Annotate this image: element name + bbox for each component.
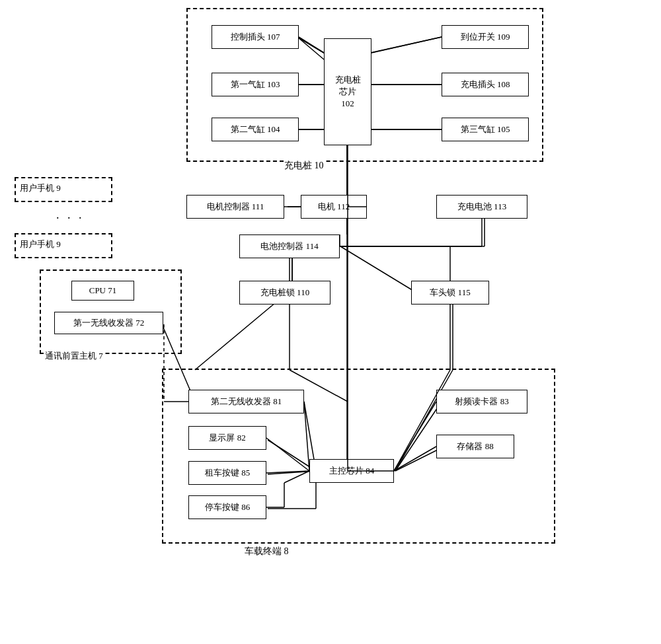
control-plug-box: 控制插头 107 bbox=[212, 25, 299, 49]
wireless1-label: 第一无线收发器 72 bbox=[73, 317, 144, 329]
cylinder2-box: 第二气缸 104 bbox=[212, 118, 299, 141]
battery-ctrl-label: 电池控制器 114 bbox=[260, 240, 318, 252]
rent-btn-label: 租车按键 85 bbox=[205, 467, 250, 479]
rent-btn-box: 租车按键 85 bbox=[188, 461, 266, 485]
vehicle-terminal-label: 车载终端 8 bbox=[245, 546, 289, 557]
comm-host-label: 通讯前置主机 7 bbox=[45, 350, 103, 362]
rf-reader-label: 射频读卡器 83 bbox=[455, 396, 508, 408]
dots: . . . bbox=[56, 208, 85, 222]
wireless1-box: 第一无线收发器 72 bbox=[54, 312, 163, 334]
wireless2-label: 第二无线收发器 81 bbox=[211, 396, 282, 408]
charge-battery-label: 充电电池 113 bbox=[457, 201, 506, 213]
cylinder1-label: 第一气缸 103 bbox=[231, 79, 280, 90]
head-lock-label: 车头锁 115 bbox=[430, 287, 470, 299]
cylinder1-box: 第一气缸 103 bbox=[212, 73, 299, 96]
arrival-switch-label: 到位开关 109 bbox=[461, 31, 510, 43]
charge-lock-box: 充电桩锁 110 bbox=[239, 281, 330, 304]
charging-pile-label: 充电桩 10 bbox=[284, 160, 324, 172]
motor-ctrl-label: 电机控制器 111 bbox=[207, 201, 264, 213]
battery-ctrl-box: 电池控制器 114 bbox=[239, 234, 340, 258]
cpu-label: CPU 71 bbox=[89, 285, 117, 296]
wireless2-box: 第二无线收发器 81 bbox=[188, 390, 304, 413]
arrival-switch-box: 到位开关 109 bbox=[442, 25, 529, 49]
cylinder2-label: 第二气缸 104 bbox=[231, 124, 280, 135]
svg-line-15 bbox=[340, 246, 416, 293]
display-box: 显示屏 82 bbox=[188, 426, 266, 450]
diagram: 充电桩 10 . . . 通讯前置主机 7 车载终端 8 充电桩芯片102 控制… bbox=[0, 0, 661, 644]
main-chip-label: 主控芯片 84 bbox=[329, 465, 374, 477]
charge-plug-label: 充电插头 108 bbox=[461, 79, 510, 90]
storage-label: 存储器 88 bbox=[457, 441, 493, 452]
head-lock-box: 车头锁 115 bbox=[411, 281, 489, 304]
stop-btn-box: 停车按键 86 bbox=[188, 495, 266, 519]
cylinder3-box: 第三气缸 105 bbox=[442, 118, 529, 141]
control-plug-label: 控制插头 107 bbox=[231, 31, 280, 43]
cpu-box: CPU 71 bbox=[71, 281, 134, 301]
charge-plug-box: 充电插头 108 bbox=[442, 73, 529, 96]
charging-chip-box: 充电桩芯片102 bbox=[324, 38, 371, 145]
motor-box: 电机 112 bbox=[301, 195, 367, 219]
storage-box: 存储器 88 bbox=[436, 435, 514, 458]
user-phone2-label: 用户手机 9 bbox=[20, 238, 61, 250]
charging-chip-label: 充电桩芯片102 bbox=[335, 74, 361, 110]
cylinder3-label: 第三气缸 105 bbox=[461, 124, 510, 135]
charge-lock-label: 充电桩锁 110 bbox=[260, 287, 309, 299]
motor-label: 电机 112 bbox=[318, 201, 350, 213]
stop-btn-label: 停车按键 86 bbox=[205, 501, 250, 513]
display-label: 显示屏 82 bbox=[209, 432, 245, 444]
main-chip-box: 主控芯片 84 bbox=[309, 459, 394, 483]
charge-battery-box: 充电电池 113 bbox=[436, 195, 527, 219]
rf-reader-box: 射频读卡器 83 bbox=[436, 390, 527, 413]
motor-ctrl-box: 电机控制器 111 bbox=[186, 195, 284, 219]
user-phone1-label: 用户手机 9 bbox=[20, 182, 61, 194]
